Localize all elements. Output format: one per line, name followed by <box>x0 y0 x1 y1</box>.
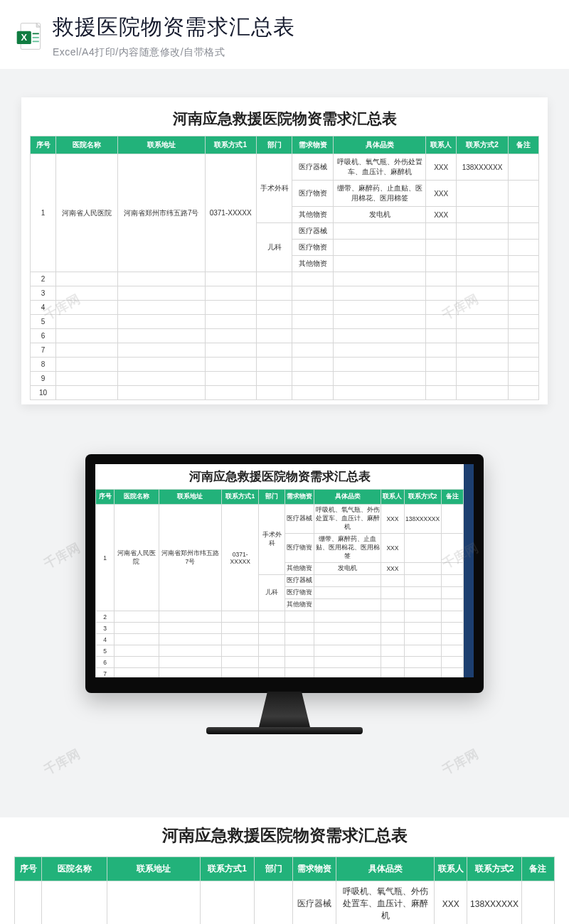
table-body: 1 河南省人民医院 河南省郑州市纬五路7号 0371-XXXXX 手术外科 医疗… <box>31 154 539 400</box>
cell-category: 发电机 <box>334 207 426 223</box>
title-block: 救援医院物资需求汇总表 Excel/A4打印/内容随意修改/自带格式 <box>53 13 555 59</box>
table-row: 7 <box>96 668 464 678</box>
col-phone2: 联系方式2 <box>457 136 508 154</box>
cell-supply: 医疗器械 <box>292 154 334 181</box>
cell-supply: 医疗物资 <box>292 181 334 207</box>
cell-phone2 <box>457 181 508 207</box>
spreadsheet-table: 序号 医院名称 联系地址 联系方式1 部门 需求物资 具体品类 联系人 联系方式… <box>30 136 539 400</box>
watermark: 千库网 <box>41 746 83 779</box>
cell-supply: 其他物资 <box>292 256 334 272</box>
col-address: 联系地址 <box>117 136 205 154</box>
col-note: 备注 <box>508 136 538 154</box>
table-row: 8 <box>31 358 539 372</box>
table-row: 5 <box>31 315 539 329</box>
header-row: 序号 医院名称 联系地址 联系方式1 部门 需求物资 具体品类 联系人 联系方式… <box>31 136 539 154</box>
page-title: 救援医院物资需求汇总表 <box>53 13 555 42</box>
col-seq: 序号 <box>31 136 56 154</box>
cell-contact: XXX <box>426 181 457 207</box>
header-row: 序号 医院名称 联系地址 联系方式1 部门 需求物资 具体品类 联系人 联系方式… <box>96 490 464 505</box>
spreadsheet-table: 序号 医院名称 联系地址 联系方式1 部门 需求物资 具体品类 联系人 联系方式… <box>14 856 555 924</box>
cell-contact: XXX <box>426 154 457 181</box>
monitor-frame: 河南应急救援医院物资需求汇总表 序号 医院名称 联系地址 联系方式1 部门 需求… <box>85 454 484 693</box>
sheet-title: 河南应急救援医院物资需求汇总表 <box>95 464 464 489</box>
monitor-screen: 河南应急救援医院物资需求汇总表 序号 医院名称 联系地址 联系方式1 部门 需求… <box>95 464 474 677</box>
sheet-title: 河南应急救援医院物资需求汇总表 <box>14 824 555 856</box>
col-contact: 联系人 <box>426 136 457 154</box>
cell-note <box>508 207 538 223</box>
table-row: 4 <box>31 301 539 315</box>
monitor-base <box>206 727 363 734</box>
table-row: 6 <box>31 329 539 343</box>
cell-category: 呼吸机、氧气瓶、外伤处置车、血压计、麻醉机 <box>334 154 426 181</box>
table-row: 1 河南省人民医院 河南省郑州市纬五路7号 0371-XXXXX 手术外科 医疗… <box>31 154 539 181</box>
table-row: 2 <box>31 272 539 286</box>
cell-category: 绷带、麻醉药、止血贴、医用棉花、医用棉签 <box>334 181 426 207</box>
cell-note <box>508 181 538 207</box>
col-supply: 需求物资 <box>292 136 334 154</box>
cell-dept: 儿科 <box>256 223 292 272</box>
page-subtitle: Excel/A4打印/内容随意修改/自带格式 <box>53 46 555 59</box>
watermark: 千库网 <box>41 539 83 573</box>
table-row: 5 <box>96 645 464 657</box>
table-row: 2 <box>96 611 464 623</box>
cell-phone1: 0371-XXXXX <box>205 154 256 272</box>
table-row: 6 <box>96 657 464 668</box>
monitor-stand <box>242 692 327 727</box>
bottom-strip-preview: 河南应急救援医院物资需求汇总表 序号 医院名称 联系地址 联系方式1 部门 需求… <box>0 817 569 924</box>
spreadsheet-table: 序号 医院名称 联系地址 联系方式1 部门 需求物资 具体品类 联系人 联系方式… <box>95 489 464 677</box>
cell-supply: 医疗物资 <box>292 240 334 256</box>
cell-supply: 医疗器械 <box>292 223 334 240</box>
sheet-preview-card: 河南应急救援医院物资需求汇总表 序号 医院名称 联系地址 联系方式1 部门 需求… <box>21 97 548 404</box>
svg-text:X: X <box>21 32 27 43</box>
table-row: 3 <box>31 286 539 301</box>
cell-hospital: 河南省人民医院 <box>56 154 118 272</box>
page-header: X 救援医院物资需求汇总表 Excel/A4打印/内容随意修改/自带格式 <box>0 0 569 69</box>
cell-dept: 手术外科 <box>256 154 292 223</box>
table-row: 9 <box>31 372 539 386</box>
cell-note <box>508 154 538 181</box>
cell-phone2 <box>457 207 508 223</box>
table-row: 7 <box>31 343 539 358</box>
table-row: 4 <box>96 634 464 645</box>
table-row: 1 河南省人民医院 河南省郑州市纬五路7号 0371-XXXXX 手术外科 医疗… <box>96 505 464 534</box>
watermark: 千库网 <box>440 746 482 779</box>
col-category: 具体品类 <box>334 136 426 154</box>
table-row: 医疗器械 呼吸机、氧气瓶、外伤处置车、血压计、麻醉机 XXX 138XXXXXX <box>15 881 555 925</box>
col-hospital: 医院名称 <box>56 136 118 154</box>
cell-address: 河南省郑州市纬五路7号 <box>117 154 205 272</box>
sheet-title: 河南应急救援医院物资需求汇总表 <box>30 106 539 136</box>
col-phone1: 联系方式1 <box>205 136 256 154</box>
table-row: 10 <box>31 386 539 400</box>
table-row: 3 <box>96 623 464 634</box>
excel-icon: X <box>14 21 46 52</box>
col-dept: 部门 <box>256 136 292 154</box>
cell-phone2: 138XXXXXX <box>457 154 508 181</box>
cell-supply: 其他物资 <box>292 207 334 223</box>
header-row: 序号 医院名称 联系地址 联系方式1 部门 需求物资 具体品类 联系人 联系方式… <box>15 857 555 881</box>
cell-seq: 1 <box>31 154 56 272</box>
cell-contact: XXX <box>426 207 457 223</box>
monitor-mockup: 河南应急救援医院物资需求汇总表 序号 医院名称 联系地址 联系方式1 部门 需求… <box>85 454 484 734</box>
